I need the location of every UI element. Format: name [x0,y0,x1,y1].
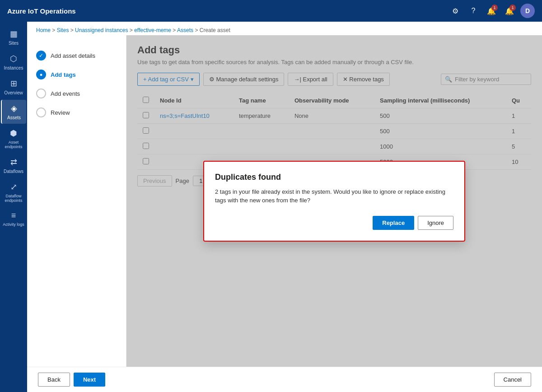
sidebar-label-dataflows: Dataflows [4,169,23,174]
sidebar: ▦ Sites ⬡ Instances ⊞ Overview ◈ Assets … [0,22,27,392]
step-circle-2: ● [36,70,46,79]
replace-button[interactable]: Replace [373,216,414,230]
breadcrumb-sep4: > [173,27,177,33]
sidebar-item-activity-logs[interactable]: ≡ Activity logs [1,207,26,230]
app-title: Azure IoT Operations [7,7,448,15]
breadcrumb-unassigned[interactable]: Unassigned instances [75,27,128,33]
sites-icon: ▦ [10,29,18,39]
step-label-4: Review [51,109,70,116]
breadcrumb-sep3: > [130,27,134,33]
notifications-button-1[interactable]: 🔔 1 [484,4,499,18]
settings-button[interactable]: ⚙ [448,4,463,18]
user-avatar[interactable]: D [520,4,535,18]
modal-overlay: Duplicates found 2 tags in your file alr… [126,35,542,367]
dataflows-icon: ⇄ [10,157,17,167]
wizard-step-add-events[interactable]: Add events [27,84,126,103]
sidebar-label-activity-logs: Activity logs [3,222,24,227]
step-label-1: Add asset details [51,52,95,59]
breadcrumb-sites[interactable]: Sites [57,27,69,33]
cancel-button[interactable]: Cancel [494,373,531,387]
step-circle-1: ✓ [36,51,46,61]
notification-badge-1: 1 [491,5,498,11]
sidebar-label-overview: Overview [4,90,23,95]
sidebar-item-sites[interactable]: ▦ Sites [1,25,26,49]
help-icon: ? [472,7,476,15]
content-area: Home > Sites > Unassigned instances > ef… [27,22,542,392]
sidebar-label-assets: Assets [7,115,21,120]
overview-icon: ⊞ [10,79,17,89]
sidebar-label-sites: Sites [9,41,19,46]
asset-endpoints-icon: ⬢ [10,128,17,138]
dataflow-endpoints-icon: ⤢ [10,182,17,192]
sidebar-item-dataflows[interactable]: ⇄ Dataflows [1,154,26,177]
breadcrumb-assets[interactable]: Assets [177,27,193,33]
back-button[interactable]: Back [38,373,70,387]
breadcrumb-home[interactable]: Home [36,27,51,33]
page-content: Add tags Use tags to get data from speci… [126,35,542,367]
sidebar-item-assets[interactable]: ◈ Assets [1,100,26,124]
sidebar-label-instances: Instances [4,65,23,70]
nav-icons: ⚙ ? 🔔 1 🔔 1 D [448,4,535,18]
wizard-steps-panel: ✓ Add asset details ● Add tags Add event… [27,35,126,367]
step-circle-4 [36,107,46,117]
dialog-title: Duplicates found [215,173,453,182]
sidebar-item-instances[interactable]: ⬡ Instances [1,50,26,74]
wizard-step-review[interactable]: Review [27,103,126,122]
wizard-step-add-asset-details[interactable]: ✓ Add asset details [27,46,126,65]
help-button[interactable]: ? [466,4,481,18]
breadcrumb-sep5: > [195,27,199,33]
breadcrumb: Home > Sites > Unassigned instances > ef… [27,22,542,35]
ignore-button[interactable]: Ignore [418,216,453,230]
activity-logs-icon: ≡ [11,211,16,220]
sidebar-label-dataflow-endpoints: Dataflow endpoints [3,194,24,203]
step-label-3: Add events [51,90,80,97]
step-circle-3 [36,89,46,98]
sidebar-item-asset-endpoints[interactable]: ⬢ Asset endpoints [1,125,26,153]
assets-icon: ◈ [11,103,17,113]
sidebar-label-asset-endpoints: Asset endpoints [3,140,24,149]
duplicates-dialog: Duplicates found 2 tags in your file alr… [203,161,465,242]
sidebar-item-overview[interactable]: ⊞ Overview [1,75,26,99]
dialog-actions: Replace Ignore [215,216,453,230]
footer: Back Next Cancel [27,367,542,392]
breadcrumb-current: Create asset [200,27,230,33]
dialog-body: 2 tags in your file already exist in the… [215,187,453,205]
instances-icon: ⬡ [10,54,17,64]
breadcrumb-sep1: > [52,27,56,33]
top-navigation: Azure IoT Operations ⚙ ? 🔔 1 🔔 1 D [0,0,542,22]
notification-badge-2: 1 [509,5,516,11]
notifications-button-2[interactable]: 🔔 1 [502,4,517,18]
next-button[interactable]: Next [74,373,105,387]
sidebar-item-dataflow-endpoints[interactable]: ⤢ Dataflow endpoints [1,178,26,206]
settings-icon: ⚙ [452,7,458,15]
breadcrumb-sep2: > [70,27,75,33]
breadcrumb-effective-meme[interactable]: effective-meme [134,27,171,33]
step-label-2: Add tags [51,71,76,78]
wizard-step-add-tags[interactable]: ● Add tags [27,65,126,84]
main-layout: ▦ Sites ⬡ Instances ⊞ Overview ◈ Assets … [0,22,542,392]
wizard-layout: ✓ Add asset details ● Add tags Add event… [27,35,542,367]
